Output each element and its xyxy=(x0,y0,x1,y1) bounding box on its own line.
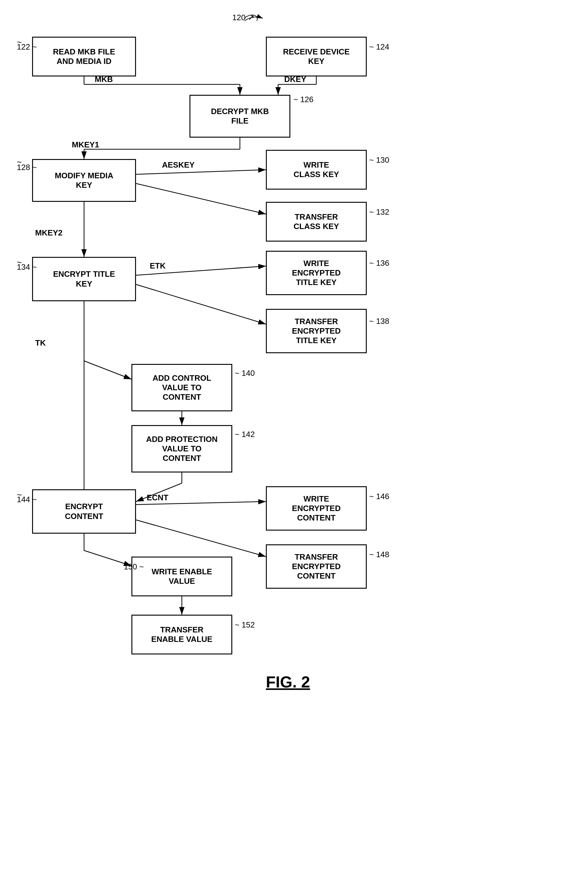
receive-device-key-label: RECEIVE DEVICE KEY xyxy=(283,47,350,66)
decrypt-mkb-label: DECRYPT MKB FILE xyxy=(211,107,269,126)
transfer-enc-content-box: TRANSFER ENCRYPTED CONTENT xyxy=(266,545,367,589)
ref-132: ~ 132 xyxy=(369,208,389,217)
svg-text:ECNT: ECNT xyxy=(147,493,168,502)
svg-text:TK: TK xyxy=(35,338,46,347)
transfer-enable-value-box: TRANSFER ENABLE VALUE xyxy=(131,615,232,654)
diagram-container: READ MKB FILE AND MEDIA ID RECEIVE DEVIC… xyxy=(0,0,588,889)
ref-148: ~ 148 xyxy=(369,550,389,560)
ref-144: 144 ~ xyxy=(17,495,37,504)
ref-146: ~ 146 xyxy=(369,492,389,501)
write-enable-value-box: WRITE ENABLE VALUE xyxy=(131,557,232,596)
ref-138: ~ 138 xyxy=(369,316,389,326)
ref-128: 128 ~ xyxy=(17,163,37,172)
svg-line-29 xyxy=(136,501,266,505)
transfer-enc-title-key-box: TRANSFER ENCRYPTED TITLE KEY xyxy=(266,309,367,353)
decrypt-mkb-box: DECRYPT MKB FILE xyxy=(189,95,290,138)
transfer-class-key-label: TRANSFER CLASS KEY xyxy=(294,212,339,231)
receive-device-key-box: RECEIVE DEVICE KEY xyxy=(266,37,367,77)
ref-142: ~ 142 xyxy=(235,430,255,439)
encrypt-content-box: ENCRYPT CONTENT xyxy=(32,489,136,534)
write-enc-content-box: WRITE ENCRYPTED CONTENT xyxy=(266,486,367,531)
read-mkb-label: READ MKB FILE AND MEDIA ID xyxy=(53,47,115,66)
svg-line-14 xyxy=(136,170,266,174)
transfer-class-key-box: TRANSFER CLASS KEY xyxy=(266,202,367,242)
encrypt-content-label: ENCRYPT CONTENT xyxy=(65,502,103,521)
ref-120: 120 ↗ xyxy=(232,13,255,22)
svg-text:MKEY1: MKEY1 xyxy=(72,140,99,149)
ref-150: 150 ~ xyxy=(124,562,144,572)
ref-130: ~ 130 xyxy=(369,155,389,165)
modify-media-key-box: MODIFY MEDIA KEY xyxy=(32,159,136,202)
svg-text:AESKEY: AESKEY xyxy=(162,160,195,169)
add-control-value-box: ADD CONTROL VALUE TO CONTENT xyxy=(131,364,232,411)
encrypt-title-key-label: ENCRYPT TITLE KEY xyxy=(53,269,115,288)
write-class-key-box: WRITE CLASS KEY xyxy=(266,150,367,190)
svg-line-16 xyxy=(136,184,266,214)
svg-line-19 xyxy=(136,266,266,275)
ref-122: 122 ~ xyxy=(17,42,37,52)
add-protection-value-label: ADD PROTECTION VALUE TO CONTENT xyxy=(146,435,218,463)
write-enc-title-key-box: WRITE ENCRYPTED TITLE KEY xyxy=(266,251,367,295)
ref-126: ~ 126 xyxy=(293,95,314,104)
ref-134: 134 ~ xyxy=(17,262,37,272)
write-enable-value-label: WRITE ENABLE VALUE xyxy=(152,567,212,586)
ref-124: ~ 124 xyxy=(369,42,389,52)
svg-text:ETK: ETK xyxy=(150,261,166,270)
read-mkb-box: READ MKB FILE AND MEDIA ID xyxy=(32,37,136,77)
svg-line-21 xyxy=(136,284,266,324)
svg-text:MKEY2: MKEY2 xyxy=(35,228,63,237)
transfer-enable-value-label: TRANSFER ENABLE VALUE xyxy=(151,625,212,644)
ref-152: ~ 152 xyxy=(235,620,255,630)
svg-line-31 xyxy=(136,520,266,557)
ref-136: ~ 136 xyxy=(369,259,389,268)
add-protection-value-box: ADD PROTECTION VALUE TO CONTENT xyxy=(131,425,232,472)
svg-line-27 xyxy=(136,483,182,501)
figure-label: FIG. 2 xyxy=(266,673,310,691)
arrows-svg: MKB DKEY MKEY1 AESKEY MKEY2 ETK xyxy=(0,0,588,889)
transfer-enc-content-label: TRANSFER ENCRYPTED CONTENT xyxy=(292,552,340,581)
svg-line-23 xyxy=(84,361,131,379)
transfer-enc-title-key-label: TRANSFER ENCRYPTED TITLE KEY xyxy=(292,317,340,346)
add-control-value-label: ADD CONTROL VALUE TO CONTENT xyxy=(153,373,211,402)
write-class-key-label: WRITE CLASS KEY xyxy=(294,160,339,179)
ref-140: ~ 140 xyxy=(235,369,255,378)
encrypt-title-key-box: ENCRYPT TITLE KEY xyxy=(32,257,136,301)
write-enc-content-label: WRITE ENCRYPTED CONTENT xyxy=(292,494,340,523)
modify-media-key-label: MODIFY MEDIA KEY xyxy=(55,171,113,190)
write-enc-title-key-label: WRITE ENCRYPTED TITLE KEY xyxy=(292,259,340,287)
